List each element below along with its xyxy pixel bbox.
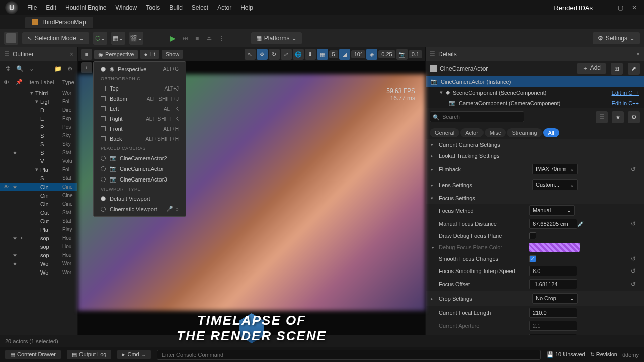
outliner-row[interactable]: DDire: [0, 106, 77, 114]
select-tool-icon[interactable]: ↖: [245, 49, 256, 60]
outliner-row[interactable]: ★sopHou: [0, 251, 77, 259]
focal-length-input[interactable]: 210.0: [529, 308, 577, 318]
menu-build[interactable]: Build: [169, 4, 183, 11]
menu-actor[interactable]: Actor: [217, 4, 231, 11]
outliner-row[interactable]: PPos: [0, 123, 77, 131]
manual-distance-input[interactable]: 67.682205 cm: [529, 219, 577, 229]
pin-column-icon[interactable]: 📌: [12, 79, 26, 85]
unsaved-label[interactable]: 💾 10 Unsaved: [547, 351, 585, 358]
stop-button[interactable]: ■: [192, 33, 203, 44]
revision-label[interactable]: ↻ Revision: [590, 351, 617, 358]
menu-top[interactable]: TopALT+J: [94, 83, 186, 94]
menu-front[interactable]: FrontALT+H: [94, 124, 186, 134]
surface-snap-icon[interactable]: ⬇: [305, 49, 316, 60]
favorites-icon[interactable]: ★: [612, 111, 624, 123]
outliner-row[interactable]: SSky: [0, 140, 77, 148]
platforms-button[interactable]: ▦ Platforms ⌄: [251, 32, 302, 44]
translate-tool-icon[interactable]: ✥: [257, 49, 268, 60]
menu-back[interactable]: BackALT+SHIFT+H: [94, 134, 186, 144]
search-icon[interactable]: 🔍: [15, 64, 24, 73]
outliner-close-icon[interactable]: ×: [70, 51, 73, 58]
menu-file[interactable]: File: [27, 4, 37, 11]
menu-cinecamera2[interactable]: 📷CineCameraActor2: [94, 153, 186, 163]
section-filmback[interactable]: ▸FilmbackIMAX 70mm⌄↺: [426, 161, 644, 177]
blueprint-button[interactable]: ▦⌄: [111, 32, 125, 45]
outliner-row[interactable]: 👁★CinCine: [0, 183, 77, 191]
grid-snap-value[interactable]: 5: [329, 50, 338, 58]
menu-default-viewport[interactable]: Default Viewport: [94, 194, 186, 204]
menu-cinecamera3[interactable]: 📷CineCameraActor3: [94, 174, 186, 185]
section-lookat[interactable]: ▸Lookat Tracking Settings: [426, 150, 644, 161]
outliner-row[interactable]: PlaPlay: [0, 225, 77, 234]
menu-edit[interactable]: Edit: [46, 4, 56, 11]
crop-select[interactable]: No Crop⌄: [532, 293, 578, 304]
scale-tool-icon[interactable]: ⤢: [281, 49, 292, 60]
outliner-row[interactable]: ▾PlaFol: [0, 165, 77, 174]
locate-button[interactable]: ⬈: [628, 63, 640, 75]
minimize-icon[interactable]: —: [604, 4, 611, 11]
reset-icon[interactable]: ↺: [631, 220, 639, 227]
outliner-row[interactable]: VVolu: [0, 157, 77, 165]
skip-button[interactable]: ⏭: [180, 33, 191, 44]
outliner-row[interactable]: ▾LiglFol: [0, 97, 77, 106]
show-dropdown[interactable]: Show: [162, 50, 184, 59]
eject-button[interactable]: ⏏: [204, 33, 215, 44]
save-button[interactable]: [4, 32, 18, 45]
tab-misc[interactable]: Misc: [485, 128, 506, 137]
reset-icon[interactable]: ↺: [631, 267, 639, 275]
add-actor-icon[interactable]: +: [81, 62, 92, 73]
reset-icon[interactable]: ↺: [631, 255, 639, 262]
visibility-column-icon[interactable]: 👁: [0, 79, 12, 85]
list-view-icon[interactable]: ☰: [596, 111, 608, 123]
render-hdas-label[interactable]: RenderHDAs: [554, 4, 593, 12]
add-component-button[interactable]: ＋Add: [577, 63, 606, 74]
filter-icon[interactable]: ⚗: [3, 64, 12, 73]
outliner-row[interactable]: ▾ThirdWor: [0, 88, 77, 97]
reset-icon[interactable]: ↺: [631, 166, 639, 173]
add-content-button[interactable]: ⬡⌄: [93, 32, 107, 45]
tab-actor[interactable]: Actor: [460, 128, 484, 137]
close-icon[interactable]: ✕: [632, 4, 639, 11]
settings-icon[interactable]: ⚙: [628, 111, 640, 123]
menu-select[interactable]: Select: [192, 4, 208, 11]
lens-select[interactable]: Custom...⌄: [532, 179, 578, 190]
draw-debug-checkbox[interactable]: [529, 232, 536, 239]
scale-snap-icon[interactable]: ◈: [366, 49, 377, 60]
menu-tools[interactable]: Tools: [146, 4, 160, 11]
eyedropper-icon[interactable]: 💉: [577, 221, 585, 227]
outliner-row[interactable]: sopHou: [0, 242, 77, 251]
maximize-icon[interactable]: ▢: [618, 4, 625, 11]
browse-button[interactable]: ⊞: [611, 63, 623, 75]
outliner-row[interactable]: SSky: [0, 131, 77, 140]
grid-snap-icon[interactable]: ▦: [317, 49, 328, 60]
menu-cinematic-viewport[interactable]: Cinematic Viewport🎤○: [94, 204, 186, 214]
component-instance-row[interactable]: 📷 CineCameraActor (Instance): [426, 76, 644, 87]
filmback-select[interactable]: IMAX 70mm⌄: [532, 164, 578, 174]
angle-snap-icon[interactable]: ◢: [339, 49, 350, 60]
arrow-down-icon[interactable]: ▾: [440, 89, 446, 96]
output-log-button[interactable]: ▤Output Log: [67, 350, 111, 359]
menu-left[interactable]: LeftALT+K: [94, 104, 186, 114]
menu-cinecamera[interactable]: 📷CineCameraActor: [94, 163, 186, 174]
details-search-input[interactable]: [430, 111, 524, 122]
smooth-focus-checkbox[interactable]: ✓: [529, 255, 536, 262]
type-header[interactable]: Type: [62, 79, 77, 85]
scene-component-row[interactable]: ▾ ◆ SceneComponent (SceneComponent) Edit…: [426, 87, 644, 98]
smooth-speed-input[interactable]: 8.0: [529, 266, 577, 276]
angle-snap-value[interactable]: 10°: [351, 50, 366, 58]
camera-component-row[interactable]: 📷 CameraComponent (CameraComponent) Edit…: [426, 98, 644, 108]
edit-cpp-link[interactable]: Edit in C++: [612, 89, 639, 96]
dropdown-icon[interactable]: ⌄: [27, 64, 36, 73]
map-tab[interactable]: ThirdPersonMap: [25, 17, 93, 28]
outliner-row[interactable]: SStat: [0, 174, 77, 183]
tab-streaming[interactable]: Streaming: [507, 128, 542, 137]
folder-icon[interactable]: 📁: [53, 64, 62, 73]
menu-window[interactable]: Window: [115, 4, 137, 11]
camera-speed-value[interactable]: 0.1: [409, 50, 422, 58]
section-focus[interactable]: ▾Focus Settings: [426, 193, 644, 204]
menu-right[interactable]: RightALT+SHIFT+K: [94, 114, 186, 124]
world-local-icon[interactable]: 🌐: [293, 49, 304, 60]
outliner-row[interactable]: ★SStat: [0, 148, 77, 157]
item-label-header[interactable]: Item Label: [26, 79, 62, 85]
section-lens[interactable]: ▸Lens SettingsCustom...⌄: [426, 177, 644, 193]
